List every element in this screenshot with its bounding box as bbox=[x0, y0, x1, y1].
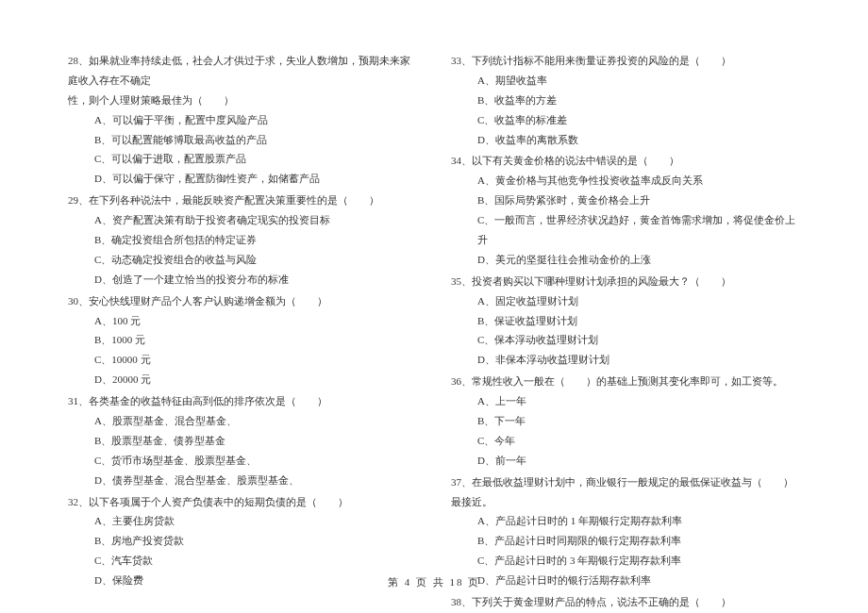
question-text: 37、在最低收益理财计划中，商业银行一般规定的最低保证收益与（ ）最接近。 bbox=[451, 472, 800, 512]
option-c: C、动态确定投资组合的收益与风险 bbox=[68, 250, 417, 270]
option-c: C、汽车贷款 bbox=[68, 551, 417, 571]
option-a: A、主要住房贷款 bbox=[68, 511, 417, 531]
question-text: 29、在下列各种说法中，最能反映资产配置决策重要性的是（ ） bbox=[68, 191, 417, 210]
question-text: 33、下列统计指标不能用来衡量证券投资的风险的是（ ） bbox=[451, 51, 800, 71]
option-a: A、资产配置决策有助于投资者确定现实的投资目标 bbox=[68, 210, 417, 230]
option-a: A、上一年 bbox=[451, 391, 800, 411]
question-38: 38、下列关于黄金理财产品的特点，说法不正确的是（ ） bbox=[451, 592, 800, 612]
option-d: D、非保本浮动收益理财计划 bbox=[451, 350, 800, 370]
option-d: D、创造了一个建立恰当的投资分布的标准 bbox=[68, 270, 417, 290]
option-d: D、前一年 bbox=[451, 451, 800, 471]
option-c: C、可以偏于进取，配置股票产品 bbox=[68, 149, 417, 169]
option-b: B、下一年 bbox=[451, 411, 800, 431]
question-35: 35、投资者购买以下哪种理财计划承担的风险最大？（ ） A、固定收益理财计划 B… bbox=[451, 272, 800, 370]
option-b: B、国际局势紧张时，黄金价格会上升 bbox=[451, 191, 800, 210]
question-text: 35、投资者购买以下哪种理财计划承担的风险最大？（ ） bbox=[451, 272, 800, 291]
option-c: C、保本浮动收益理财计划 bbox=[451, 330, 800, 350]
option-b: B、收益率的方差 bbox=[451, 91, 800, 110]
option-a: A、固定收益理财计划 bbox=[451, 291, 800, 311]
left-column: 28、如果就业率持续走低，社会人才供过于求，失业人数增加，预期未来家庭收入存在不… bbox=[68, 51, 417, 613]
option-c: C、收益率的标准差 bbox=[451, 110, 800, 130]
right-column: 33、下列统计指标不能用来衡量证券投资的风险的是（ ） A、期望收益率 B、收益… bbox=[451, 51, 800, 613]
question-33: 33、下列统计指标不能用来衡量证券投资的风险的是（ ） A、期望收益率 B、收益… bbox=[451, 51, 800, 149]
option-c: C、一般而言，世界经济状况趋好，黄金首饰需求增加，将促使金价上升 bbox=[451, 210, 800, 250]
option-b: B、1000 元 bbox=[68, 330, 417, 350]
option-d: D、20000 元 bbox=[68, 370, 417, 389]
option-b: B、可以配置能够博取最高收益的产品 bbox=[68, 130, 417, 150]
question-29: 29、在下列各种说法中，最能反映资产配置决策重要性的是（ ） A、资产配置决策有… bbox=[68, 191, 417, 289]
question-30: 30、安心快线理财产品个人客户认购递增金额为（ ） A、100 元 B、1000… bbox=[68, 291, 417, 389]
question-36: 36、常规性收入一般在（ ）的基础上预测其变化率即可，如工资等。 A、上一年 B… bbox=[451, 372, 800, 470]
question-28: 28、如果就业率持续走低，社会人才供过于求，失业人数增加，预期未来家庭收入存在不… bbox=[68, 51, 417, 189]
option-d: D、债券型基金、混合型基金、股票型基金、 bbox=[68, 471, 417, 490]
page-footer: 第 4 页 共 18 页 bbox=[0, 572, 868, 592]
option-d: D、可以偏于保守，配置防御性资产，如储蓄产品 bbox=[68, 169, 417, 189]
option-a: A、期望收益率 bbox=[451, 71, 800, 91]
question-text-cont: 性，则个人理财策略最佳为（ ） bbox=[68, 91, 417, 110]
option-a: A、股票型基金、混合型基金、 bbox=[68, 411, 417, 431]
option-d: D、美元的坚挺往往会推动金价的上涨 bbox=[451, 250, 800, 270]
option-c: C、产品起计日时的 3 年期银行定期存款利率 bbox=[451, 551, 800, 571]
question-text: 34、以下有关黄金价格的说法中错误的是（ ） bbox=[451, 151, 800, 171]
question-text: 36、常规性收入一般在（ ）的基础上预测其变化率即可，如工资等。 bbox=[451, 372, 800, 391]
option-a: A、黄金价格与其他竞争性投资收益率成反向关系 bbox=[451, 171, 800, 191]
option-a: A、产品起计日时的 1 年期银行定期存款利率 bbox=[451, 511, 800, 531]
option-b: B、产品起计日时同期限的银行定期存款利率 bbox=[451, 531, 800, 551]
question-text: 28、如果就业率持续走低，社会人才供过于求，失业人数增加，预期未来家庭收入存在不… bbox=[68, 51, 417, 91]
two-column-layout: 28、如果就业率持续走低，社会人才供过于求，失业人数增加，预期未来家庭收入存在不… bbox=[68, 51, 800, 613]
question-text: 30、安心快线理财产品个人客户认购递增金额为（ ） bbox=[68, 291, 417, 311]
option-b: B、股票型基金、债券型基金 bbox=[68, 431, 417, 451]
option-b: B、房地产投资贷款 bbox=[68, 531, 417, 551]
option-a: A、100 元 bbox=[68, 311, 417, 331]
option-c: C、货币市场型基金、股票型基金、 bbox=[68, 451, 417, 471]
question-text: 31、各类基金的收益特征由高到低的排序依次是（ ） bbox=[68, 391, 417, 411]
option-c: C、10000 元 bbox=[68, 350, 417, 370]
question-31: 31、各类基金的收益特征由高到低的排序依次是（ ） A、股票型基金、混合型基金、… bbox=[68, 391, 417, 489]
option-a: A、可以偏于平衡，配置中度风险产品 bbox=[68, 110, 417, 130]
question-text: 38、下列关于黄金理财产品的特点，说法不正确的是（ ） bbox=[451, 592, 800, 612]
question-34: 34、以下有关黄金价格的说法中错误的是（ ） A、黄金价格与其他竞争性投资收益率… bbox=[451, 151, 800, 269]
option-b: B、保证收益理财计划 bbox=[451, 311, 800, 331]
option-b: B、确定投资组合所包括的特定证券 bbox=[68, 230, 417, 250]
option-d: D、收益率的离散系数 bbox=[451, 130, 800, 150]
question-text: 32、以下各项属于个人资产负债表中的短期负债的是（ ） bbox=[68, 492, 417, 512]
option-c: C、今年 bbox=[451, 431, 800, 451]
